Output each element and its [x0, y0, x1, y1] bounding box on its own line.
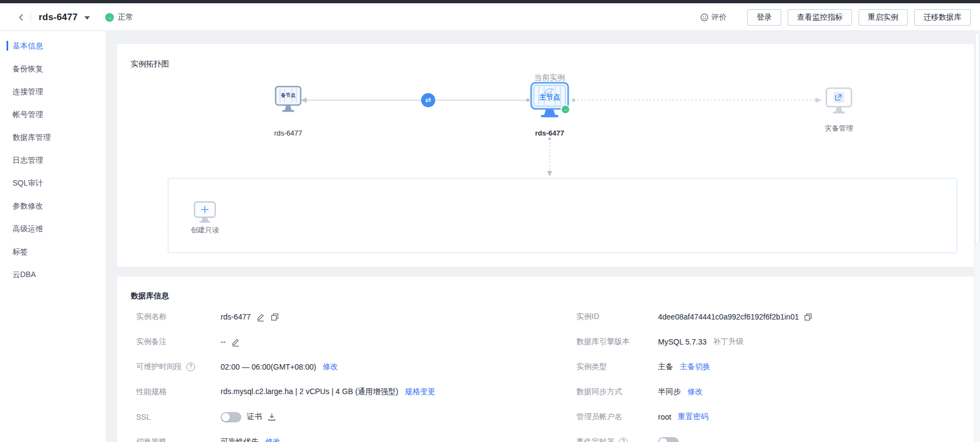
header-action-button-1[interactable]: 查看监控指标: [788, 9, 852, 26]
scrollbar-track[interactable]: [974, 31, 980, 442]
field-label: 实例ID: [576, 312, 658, 322]
link[interactable]: 主备切换: [680, 362, 710, 372]
value-text: 补丁升级: [713, 337, 744, 347]
value-text: root: [658, 413, 671, 421]
edit-icon[interactable]: [256, 312, 265, 322]
link[interactable]: 修改: [323, 362, 338, 372]
field-value: MySQL 5.7.33补丁升级: [658, 337, 744, 347]
value-text: 4dee08af474441c0a992cf6192f6f2b1in01: [658, 312, 799, 321]
sidebar-item-10[interactable]: 云DBA: [0, 263, 106, 286]
value-text: 半同步: [658, 387, 681, 397]
value-text: rds-6477: [221, 312, 251, 321]
value-text: MySQL 5.7.33: [658, 337, 707, 346]
info-row-left-5: 切换策略可靠性优先修改: [136, 435, 281, 442]
field-value: [658, 437, 679, 442]
info-row-right-0: 实例ID4dee08af474441c0a992cf6192f6f2b1in01: [576, 310, 812, 323]
toggle-knob: [222, 413, 230, 421]
value-text: --: [221, 337, 226, 346]
primary-running-badge-icon: →: [561, 105, 570, 114]
field-label-text: 实例ID: [576, 312, 599, 322]
field-value: rds-6477: [221, 312, 279, 322]
standby-node-name: rds-6477: [274, 129, 302, 137]
link[interactable]: 规格变更: [405, 387, 435, 397]
help-icon[interactable]: ?: [619, 438, 628, 442]
sidebar-item-6[interactable]: SQL审计: [0, 171, 106, 194]
field-label-text: 可维护时间段: [136, 362, 182, 372]
field-label-text: 性能规格: [136, 387, 167, 397]
standby-monitor-icon: [273, 85, 303, 114]
chevron-down-icon: [84, 16, 90, 20]
field-value: rds.mysql.c2.large.ha | 2 vCPUs | 4 GB (…: [221, 387, 435, 397]
header-action-button-2[interactable]: 重启实例: [859, 9, 908, 26]
field-label: 切换策略: [136, 437, 221, 442]
toggle-switch[interactable]: [221, 412, 241, 422]
sidebar-item-3[interactable]: 帐号管理: [0, 103, 106, 126]
smiley-icon: [700, 13, 711, 22]
sidebar-item-9[interactable]: 标签: [0, 240, 106, 263]
link[interactable]: 重置密码: [678, 412, 708, 422]
info-row-right-1: 数据库引擎版本MySQL 5.7.33补丁升级: [576, 335, 744, 348]
toggle-switch[interactable]: [658, 437, 679, 442]
value-text: 证书: [247, 412, 262, 422]
edit-icon[interactable]: [231, 337, 240, 347]
field-label-text: 事件定时器: [576, 437, 614, 442]
field-label-text: SSL: [136, 413, 150, 421]
help-icon[interactable]: ?: [186, 363, 195, 371]
copy-icon[interactable]: [804, 313, 812, 321]
value-text: rds.mysql.c2.large.ha | 2 vCPUs | 4 GB (…: [221, 387, 398, 397]
instance-title-dropdown[interactable]: rds-6477: [39, 12, 90, 23]
feedback-button[interactable]: 评价: [700, 13, 727, 22]
header-action-button-3[interactable]: 迁移数据库: [914, 9, 971, 26]
value-text: 主备: [658, 362, 673, 372]
topology-node-standby[interactable]: 备节点: [273, 85, 303, 114]
field-label: 实例备注: [136, 337, 221, 347]
scrollbar-thumb[interactable]: [975, 33, 979, 244]
field-label: 实例类型: [576, 362, 658, 372]
field-label-text: 切换策略: [136, 437, 167, 442]
field-label-text: 数据同步方式: [576, 387, 622, 397]
info-row-right-3: 数据同步方式半同步修改: [576, 385, 703, 398]
topology-node-dr[interactable]: [824, 87, 854, 115]
sidebar-item-0[interactable]: 基本信息: [0, 34, 106, 57]
sidebar-item-8[interactable]: 高级运维: [0, 217, 106, 240]
download-icon[interactable]: [267, 413, 276, 421]
create-read-replica-label: 创建只读: [191, 225, 219, 235]
field-label: 性能规格: [136, 387, 221, 397]
sidebar-item-1[interactable]: 备份恢复: [0, 57, 106, 80]
topology-card: 实例拓扑图 当前实例 备节点 rds-64: [117, 44, 980, 267]
sidebar: 基本信息备份恢复连接管理帐号管理数据库管理日志管理SQL审计参数修改高级运维标签…: [0, 31, 106, 442]
field-label: SSL: [136, 413, 221, 421]
topology-node-primary[interactable]: 主节点 →: [529, 82, 570, 119]
sidebar-item-7[interactable]: 参数修改: [0, 194, 106, 217]
info-row-left-2: 可维护时间段?02:00 — 06:00(GMT+08:00)修改: [136, 360, 338, 373]
info-row-right-4: 管理员帐户名root重置密码: [576, 410, 708, 423]
create-read-replica-button[interactable]: [192, 201, 217, 224]
link[interactable]: 修改: [687, 387, 703, 397]
sidebar-item-5[interactable]: 日志管理: [0, 149, 106, 171]
add-monitor-icon: [192, 201, 217, 224]
feedback-label: 评价: [711, 13, 727, 22]
field-value: 证书: [221, 412, 276, 422]
link[interactable]: 修改: [265, 437, 281, 442]
sidebar-item-4[interactable]: 数据库管理: [0, 126, 106, 149]
field-label: 可维护时间段?: [136, 362, 221, 372]
header-action-button-0[interactable]: 登录: [747, 9, 781, 26]
info-row-left-4: SSL证书: [136, 410, 276, 423]
field-label: 数据库引擎版本: [576, 337, 658, 347]
value-text: 可靠性优先: [221, 437, 259, 442]
toggle-knob: [659, 438, 667, 442]
info-row-left-1: 实例备注--: [136, 335, 240, 348]
chevron-left-icon: [17, 13, 26, 22]
field-label-text: 实例类型: [576, 362, 607, 372]
db-info-card: 数据库信息 实例名称rds-6477实例ID4dee08af474441c0a9…: [117, 277, 980, 442]
sidebar-item-2[interactable]: 连接管理: [0, 80, 106, 103]
dr-node-name: 灾备管理: [825, 124, 853, 133]
field-label: 事件定时器?: [576, 437, 658, 442]
info-row-left-3: 性能规格rds.mysql.c2.large.ha | 2 vCPUs | 4 …: [136, 385, 435, 398]
db-info-card-title: 数据库信息: [131, 291, 169, 301]
back-button[interactable]: [15, 11, 27, 23]
field-value: --: [221, 337, 240, 347]
header-divider: [31, 13, 31, 22]
field-label-text: 实例名称: [136, 312, 167, 322]
copy-icon[interactable]: [271, 313, 279, 321]
